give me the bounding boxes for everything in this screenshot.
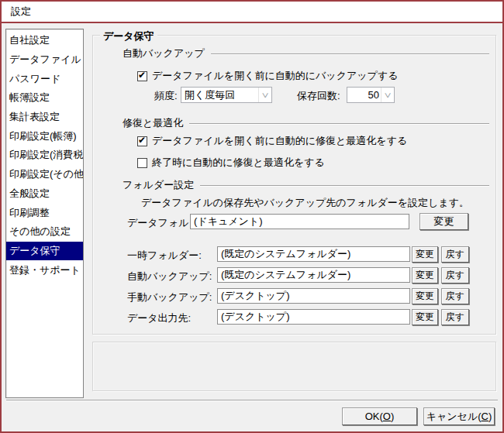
window-title: 設定 [11, 5, 31, 19]
sidebar-item-print-tax[interactable]: 印刷設定(消費税) [6, 146, 83, 165]
sidebar-item-other-settings[interactable]: その他の設定 [6, 222, 83, 242]
repair-open-checkbox[interactable] [137, 136, 147, 146]
sidebar-item-general[interactable]: 全般設定 [6, 184, 83, 204]
data-output-folder-reset-button[interactable]: 戻す [441, 309, 469, 325]
section-rule [200, 185, 489, 187]
temp-folder-input[interactable] [217, 246, 410, 262]
ok-mnemonic: O [383, 411, 391, 422]
repair-section-header: 修復と最適化 [123, 116, 489, 130]
frequency-select[interactable]: 開く度毎回 [181, 87, 272, 103]
sidebar-item-ledger-settings[interactable]: 帳簿設定 [6, 88, 83, 108]
save-count-label: 保存回数: [297, 89, 340, 103]
cancel-mnemonic: C [482, 411, 488, 422]
section-rule [189, 123, 489, 125]
settings-dialog: 設定 自社設定 データファイル パスワード 帳簿設定 集計表設定 印刷設定(帳簿… [0, 0, 504, 433]
cancel-button[interactable]: キャンセル(C) [423, 407, 495, 425]
footer-separator [6, 400, 498, 401]
repair-exit-checkbox-label: 終了時に自動的に修復と最適化をする [152, 156, 325, 170]
section-rule [211, 53, 489, 55]
data-folder-change-button[interactable]: 変更 [419, 213, 468, 230]
sidebar-item-print-ledger[interactable]: 印刷設定(帳簿) [6, 126, 83, 146]
sidebar-item-summary-table[interactable]: 集計表設定 [6, 108, 83, 127]
chevron-down-icon [381, 88, 394, 102]
sidebar-item-password[interactable]: パスワード [6, 69, 83, 88]
data-output-folder-input[interactable] [217, 309, 410, 325]
ok-label: OK( [365, 411, 383, 422]
data-output-folder-label: データ出力先: [127, 311, 191, 325]
settings-category-list: 自社設定 データファイル パスワード 帳簿設定 集計表設定 印刷設定(帳簿) 印… [5, 29, 84, 398]
title-bar[interactable]: 設定 [2, 2, 502, 23]
data-folder-input[interactable] [190, 214, 409, 229]
repair-exit-checkbox[interactable] [137, 158, 147, 168]
folder-section-description: データファイルの保存先やバックアップ先のフォルダーを設定します。 [141, 196, 469, 210]
temp-folder-reset-button[interactable]: 戻す [441, 246, 469, 263]
empty-group-box [92, 342, 496, 391]
frequency-label: 頻度: [154, 89, 178, 103]
ok-label-close: ) [391, 411, 394, 422]
sidebar-item-registration-support[interactable]: 登録・サポート [6, 260, 83, 280]
section-title: フォルダー設定 [123, 178, 200, 192]
save-count-value: 50 [347, 89, 381, 101]
section-title: 自動バックアップ [123, 46, 211, 60]
section-title: 修復と最適化 [123, 116, 189, 130]
auto-backup-checkbox[interactable] [137, 71, 147, 81]
sidebar-item-print-adjust[interactable]: 印刷調整 [6, 203, 83, 222]
data-output-folder-change-button[interactable]: 変更 [412, 309, 438, 325]
ok-button[interactable]: OK(O) [342, 407, 417, 425]
repair-open-checkbox-row: データファイルを開く前に自動的に修復と最適化をする [137, 135, 407, 147]
sidebar-item-company[interactable]: 自社設定 [6, 31, 83, 50]
temp-folder-label: 一時フォルダー: [127, 249, 202, 263]
folder-section-header: フォルダー設定 [123, 178, 489, 192]
auto-backup-folder-input[interactable] [217, 267, 410, 283]
auto-backup-checkbox-label: データファイルを開く前に自動的にバックアップする [152, 69, 398, 83]
sidebar-item-data-maintenance[interactable]: データ保守 [6, 242, 83, 261]
repair-open-checkbox-label: データファイルを開く前に自動的に修復と最適化をする [152, 134, 407, 148]
temp-folder-change-button[interactable]: 変更 [412, 246, 438, 263]
auto-backup-checkbox-row: データファイルを開く前に自動的にバックアップする [137, 70, 398, 82]
auto-backup-folder-label: 自動バックアップ: [127, 270, 212, 284]
save-count-select[interactable]: 50 [347, 87, 395, 103]
manual-backup-folder-label: 手動バックアップ: [127, 290, 212, 304]
manual-backup-folder-input[interactable] [217, 288, 410, 304]
cancel-label-close: ) [488, 411, 492, 422]
data-maintenance-group: データ保守 自動バックアップ データファイルを開く前に自動的にバックアップする … [92, 35, 496, 335]
auto-backup-folder-reset-button[interactable]: 戻す [441, 267, 469, 284]
chevron-down-icon [258, 88, 271, 102]
sidebar-item-data-file[interactable]: データファイル [6, 50, 83, 70]
group-title: データ保守 [100, 29, 157, 43]
repair-exit-checkbox-row: 終了時に自動的に修復と最適化をする [137, 156, 325, 169]
manual-backup-folder-reset-button[interactable]: 戻す [441, 288, 469, 304]
auto-backup-section-header: 自動バックアップ [123, 46, 489, 60]
sidebar-item-print-other[interactable]: 印刷設定(その他) [6, 165, 83, 184]
auto-backup-folder-change-button[interactable]: 変更 [412, 267, 438, 284]
frequency-value: 開く度毎回 [181, 88, 258, 102]
cancel-label: キャンセル( [426, 410, 482, 424]
manual-backup-folder-change-button[interactable]: 変更 [412, 288, 438, 304]
